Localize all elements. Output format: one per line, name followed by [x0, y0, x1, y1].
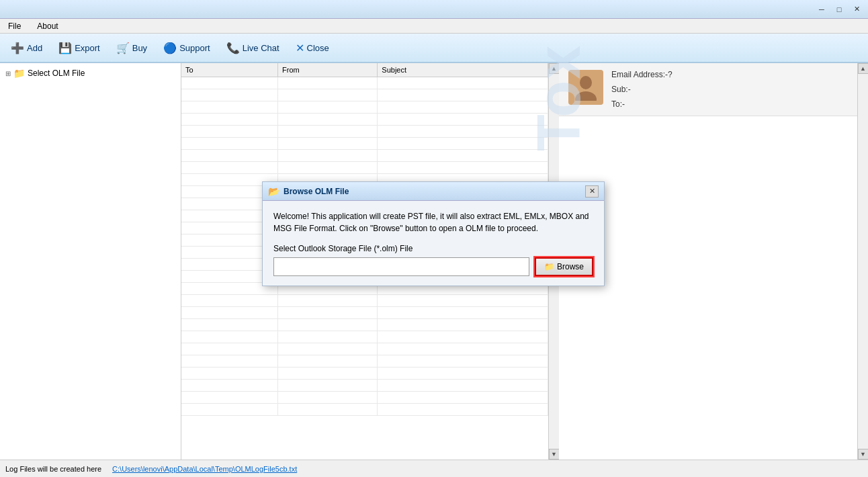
- right-scroll-down[interactable]: ▼: [858, 449, 869, 460]
- folder-icon: 📁: [13, 68, 25, 79]
- add-label: Add: [27, 43, 42, 53]
- log-files-label: Log Files will be created here: [5, 465, 101, 473]
- right-panel-inner: Email Address:-? Sub:- To:- ▲ ▼: [559, 63, 868, 460]
- browse-button[interactable]: 📁 Browse: [535, 257, 593, 276]
- dialog-titlebar: 📂 Browse OLM File ✕: [263, 182, 604, 201]
- table-row: [181, 319, 548, 331]
- right-scroll-up[interactable]: ▲: [858, 63, 869, 74]
- table-row: [181, 343, 548, 355]
- livechat-button[interactable]: 📞 Live Chat: [220, 39, 286, 57]
- title-bar: ─ □ ✕: [0, 0, 868, 19]
- buy-label: Buy: [132, 43, 147, 53]
- table-row: [181, 77, 548, 89]
- add-icon: ➕: [11, 42, 24, 54]
- menu-bar: File About: [0, 19, 868, 34]
- dialog-description: Welcome! This application will create PS…: [273, 210, 593, 234]
- table-row: [181, 89, 548, 101]
- email-preview-header: Email Address:-? Sub:- To:-: [559, 63, 857, 116]
- table-row: [181, 355, 548, 367]
- table-row: [181, 101, 548, 114]
- close-label: Close: [307, 43, 329, 53]
- table-row: [181, 367, 548, 380]
- col-subject: Subject: [378, 63, 548, 77]
- table-row: [181, 150, 548, 162]
- toolbar: ➕ Add 💾 Export 🛒 Buy 🔵 Support 📞 Live Ch…: [0, 34, 868, 63]
- export-label: Export: [75, 43, 100, 53]
- preview-fields: Email Address:-? Sub:- To:-: [611, 70, 672, 109]
- maximize-button[interactable]: □: [830, 3, 848, 16]
- col-from: From: [278, 63, 378, 77]
- livechat-label: Live Chat: [243, 43, 279, 53]
- menu-about[interactable]: About: [32, 20, 63, 32]
- olm-file-input[interactable]: [273, 257, 529, 276]
- table-row: [181, 162, 548, 174]
- avatar: [568, 70, 603, 105]
- table-row: [181, 126, 548, 138]
- buy-button[interactable]: 🛒 Buy: [110, 39, 154, 57]
- expand-icon: ⊞: [5, 70, 11, 77]
- right-panel: Email Address:-? Sub:- To:- ▲ ▼: [559, 63, 868, 460]
- export-button[interactable]: 💾 Export: [52, 39, 107, 57]
- table-row: [181, 380, 548, 392]
- add-button[interactable]: ➕ Add: [4, 39, 49, 57]
- left-panel: ⊞ 📁 Select OLM File: [0, 63, 181, 460]
- status-bar: Log Files will be created here C:\Users\…: [0, 460, 868, 477]
- email-address-field: Email Address:-?: [611, 70, 672, 79]
- support-button[interactable]: 🔵 Support: [157, 39, 217, 57]
- tree-item-olm[interactable]: ⊞ 📁 Select OLM File: [3, 66, 178, 81]
- dialog-input-row: 📁 Browse: [273, 257, 593, 276]
- svg-point-0: [580, 76, 592, 89]
- dialog-title: 📂 Browse OLM File: [268, 186, 349, 197]
- svg-point-1: [575, 91, 597, 101]
- table-row: [181, 392, 548, 404]
- menu-file[interactable]: File: [3, 20, 26, 32]
- dialog-field-label: Select Outlook Storage File (*.olm) File: [273, 244, 593, 253]
- scroll-down-arrow[interactable]: ▼: [549, 449, 560, 460]
- window-close-button[interactable]: ✕: [848, 3, 865, 16]
- col-to: To: [181, 63, 278, 77]
- support-icon: 🔵: [163, 42, 177, 54]
- buy-icon: 🛒: [116, 42, 130, 54]
- tree-item-label: Select OLM File: [28, 69, 85, 78]
- scroll-up-arrow[interactable]: ▲: [549, 63, 560, 74]
- table-row: [181, 331, 548, 343]
- dialog-title-text: Browse OLM File: [284, 187, 349, 196]
- dialog-title-icon: 📂: [268, 186, 279, 197]
- phone-icon: 📞: [226, 42, 240, 54]
- close-button[interactable]: ✕ Close: [289, 39, 336, 57]
- dialog-body: Welcome! This application will create PS…: [263, 201, 604, 286]
- table-row: [181, 295, 548, 307]
- browse-label: Browse: [557, 262, 584, 271]
- table-row: [181, 114, 548, 126]
- export-icon: 💾: [58, 42, 72, 54]
- browse-folder-icon: 📁: [544, 262, 554, 271]
- log-path-link[interactable]: C:\Users\lenovi\AppData\Local\Temp\OLMLo…: [112, 465, 297, 473]
- minimize-button[interactable]: ─: [813, 3, 830, 16]
- dialog-close-button[interactable]: ✕: [585, 185, 599, 198]
- right-scrollbar[interactable]: ▲ ▼: [857, 63, 868, 460]
- table-row: [181, 404, 548, 416]
- table-row: [181, 307, 548, 319]
- table-row: [181, 138, 548, 150]
- close-icon: ✕: [296, 42, 304, 54]
- subject-field: Sub:-: [611, 85, 672, 94]
- browse-olm-dialog: 📂 Browse OLM File ✕ Welcome! This applic…: [262, 181, 605, 286]
- support-label: Support: [179, 43, 210, 53]
- to-field: To:-: [611, 99, 672, 109]
